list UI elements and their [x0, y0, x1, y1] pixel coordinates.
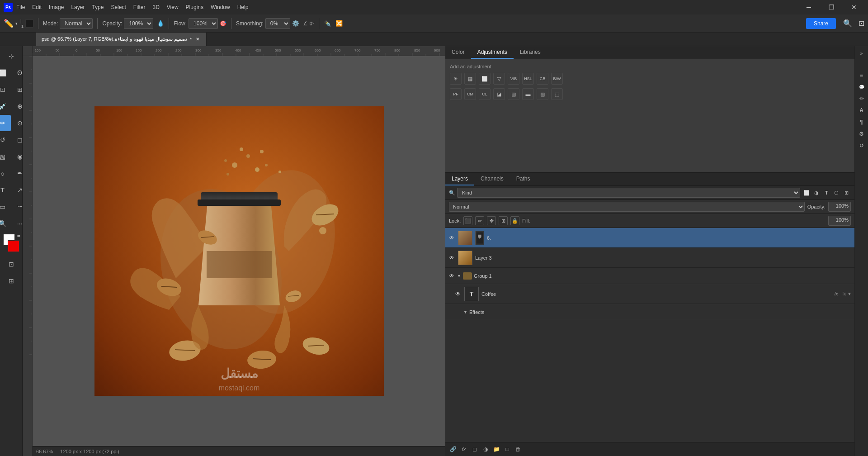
- layer-group-button[interactable]: 📁: [491, 444, 501, 454]
- direct-select-tool[interactable]: ↗: [12, 182, 23, 198]
- rectangle-tool[interactable]: ▭: [0, 199, 11, 215]
- exposure-adj[interactable]: ▽: [493, 73, 505, 85]
- shape-filter-icon[interactable]: ⬡: [832, 188, 841, 197]
- zoom-level[interactable]: 66.67%: [36, 449, 53, 454]
- layer-item-6[interactable]: 👁 6.: [445, 228, 854, 248]
- menu-filter[interactable]: Filter: [133, 4, 146, 10]
- layer-item-3[interactable]: 👁 Layer 3: [445, 248, 854, 268]
- document-tab[interactable]: تصميم سوشيال ميديا قهوة و ايضاءة.psd @ 6…: [36, 33, 207, 46]
- menu-view[interactable]: View: [167, 4, 179, 10]
- type-filter-icon[interactable]: T: [822, 188, 831, 197]
- layer-3-visibility[interactable]: 👁: [448, 254, 455, 261]
- rectangular-marquee-tool[interactable]: ⬜: [0, 65, 11, 81]
- menu-type[interactable]: Type: [92, 4, 104, 10]
- lock-pixels-btn[interactable]: ✏: [475, 216, 484, 225]
- canvas-area[interactable]: -100 -50 0 50 100 150 200 250 300 350 40…: [23, 46, 445, 456]
- share-button[interactable]: Share: [806, 18, 836, 29]
- pen-tool[interactable]: ✒: [12, 165, 23, 181]
- flow-dropdown[interactable]: 100%: [189, 18, 218, 29]
- tab-adjustments[interactable]: Adjustments: [471, 46, 514, 59]
- layer-adjustment-button[interactable]: ◑: [481, 444, 491, 454]
- color-balance-adj[interactable]: CB: [537, 73, 548, 85]
- opacity-input[interactable]: 100%: [828, 202, 851, 212]
- comment-panel-icon[interactable]: 💬: [856, 81, 867, 92]
- dodge-tool[interactable]: ☼: [0, 165, 11, 181]
- airbrush-icon[interactable]: 💧: [157, 20, 164, 27]
- lock-position-btn[interactable]: ✥: [487, 216, 496, 225]
- coffee-layer-visibility[interactable]: 👁: [454, 290, 462, 298]
- levels-adj[interactable]: ▦: [464, 73, 476, 85]
- kind-filter-dropdown[interactable]: Kind: [457, 188, 800, 198]
- warp-tool[interactable]: 〰: [12, 199, 23, 215]
- effects-expand-icon[interactable]: ▼: [463, 310, 467, 314]
- mode-dropdown[interactable]: Normal: [60, 18, 93, 29]
- canvas-wrapper[interactable]: مستقل mostaql.com: [33, 56, 445, 446]
- crop-tool[interactable]: ⊡: [0, 81, 11, 98]
- selective-color-adj[interactable]: ⬚: [551, 88, 563, 100]
- more-tools[interactable]: ···: [12, 215, 23, 232]
- stylus-pressure-icon[interactable]: ✒️: [324, 20, 331, 27]
- group-1-visibility[interactable]: 👁: [448, 272, 455, 280]
- pixel-filter-icon[interactable]: ⬜: [802, 188, 811, 197]
- layer-mask-button[interactable]: ◻: [470, 444, 480, 454]
- brightness-contrast-adj[interactable]: ☀: [450, 73, 462, 85]
- curves-adj[interactable]: ⬜: [479, 73, 491, 85]
- menu-image[interactable]: Image: [49, 4, 64, 10]
- layers-tab[interactable]: Layers: [445, 173, 474, 185]
- eraser-tool[interactable]: ◻: [12, 132, 23, 148]
- group-1-item[interactable]: 👁 ▼ Group 1: [445, 268, 854, 284]
- brush-dropdown-arrow[interactable]: ▾: [15, 21, 18, 26]
- channels-tab[interactable]: Channels: [474, 173, 510, 185]
- minimize-panel-icon[interactable]: ⊡: [859, 19, 864, 28]
- layer-fx-button[interactable]: fx: [459, 444, 469, 454]
- history-panel-icon[interactable]: ↺: [856, 140, 867, 151]
- move-tool[interactable]: ⊹: [3, 48, 19, 64]
- brush-settings-panel-icon[interactable]: ✏: [856, 93, 867, 104]
- lock-artboard-btn[interactable]: ⊞: [499, 216, 508, 225]
- menu-3d[interactable]: 3D: [152, 4, 159, 10]
- blur-tool[interactable]: ◉: [12, 148, 23, 165]
- close-button[interactable]: ✕: [844, 0, 864, 14]
- history-brush-tool[interactable]: ↺: [0, 132, 11, 148]
- paths-tab[interactable]: Paths: [510, 173, 537, 185]
- channel-mixer-adj[interactable]: CM: [464, 88, 476, 100]
- tab-color[interactable]: Color: [445, 46, 471, 59]
- invert-adj[interactable]: ◪: [493, 88, 505, 100]
- layer-link-button[interactable]: 🔗: [448, 444, 458, 454]
- zoom-tool[interactable]: 🔍: [0, 215, 11, 232]
- menu-file[interactable]: File: [16, 4, 25, 10]
- effects-item[interactable]: ▼ Effects: [445, 304, 854, 320]
- transform-tool[interactable]: ⊞: [12, 81, 23, 98]
- color-swatches[interactable]: ⇄: [2, 234, 20, 252]
- black-white-adj[interactable]: B/W: [551, 73, 563, 85]
- vibrance-adj[interactable]: VIB: [508, 73, 519, 85]
- layer-6-visibility[interactable]: 👁: [448, 234, 455, 242]
- menu-window[interactable]: Window: [211, 4, 230, 10]
- adjustment-filter-icon[interactable]: ◑: [812, 188, 821, 197]
- menu-edit[interactable]: Edit: [32, 4, 42, 10]
- menu-layer[interactable]: Layer: [71, 4, 85, 10]
- tab-close-button[interactable]: ✕: [194, 36, 201, 43]
- swap-colors-icon[interactable]: ⇄: [17, 234, 20, 238]
- tab-libraries[interactable]: Libraries: [514, 46, 547, 59]
- brush-tool[interactable]: ✏: [0, 115, 11, 131]
- properties-panel-icon[interactable]: ≡: [856, 70, 867, 81]
- lock-all-btn[interactable]: 🔒: [510, 216, 519, 225]
- restore-button[interactable]: ❐: [821, 0, 842, 14]
- smoothing-dropdown[interactable]: 0%: [265, 18, 290, 29]
- new-layer-button[interactable]: □: [502, 444, 512, 454]
- photo-filter-adj[interactable]: PF: [450, 88, 462, 100]
- color-lookup-adj[interactable]: CL: [479, 88, 491, 100]
- lasso-tool[interactable]: ʘ: [12, 65, 23, 81]
- canvas-image[interactable]: مستقل mostaql.com: [94, 106, 384, 396]
- healing-tool[interactable]: ⊕: [12, 98, 23, 114]
- menu-plugins[interactable]: Plugins: [186, 4, 203, 10]
- adjustments-panel-icon[interactable]: ⚙: [856, 128, 867, 139]
- opacity-dropdown[interactable]: 100%: [124, 18, 153, 29]
- quick-mask-button[interactable]: ⊡: [3, 256, 19, 272]
- paragraph-panel-icon[interactable]: ¶: [856, 117, 867, 128]
- gradient-map-adj[interactable]: ▨: [537, 88, 548, 100]
- smoothing-settings-icon[interactable]: ⚙️: [292, 20, 299, 27]
- eyedropper-tool[interactable]: 💉: [0, 98, 11, 114]
- fill-input[interactable]: 100%: [828, 216, 851, 226]
